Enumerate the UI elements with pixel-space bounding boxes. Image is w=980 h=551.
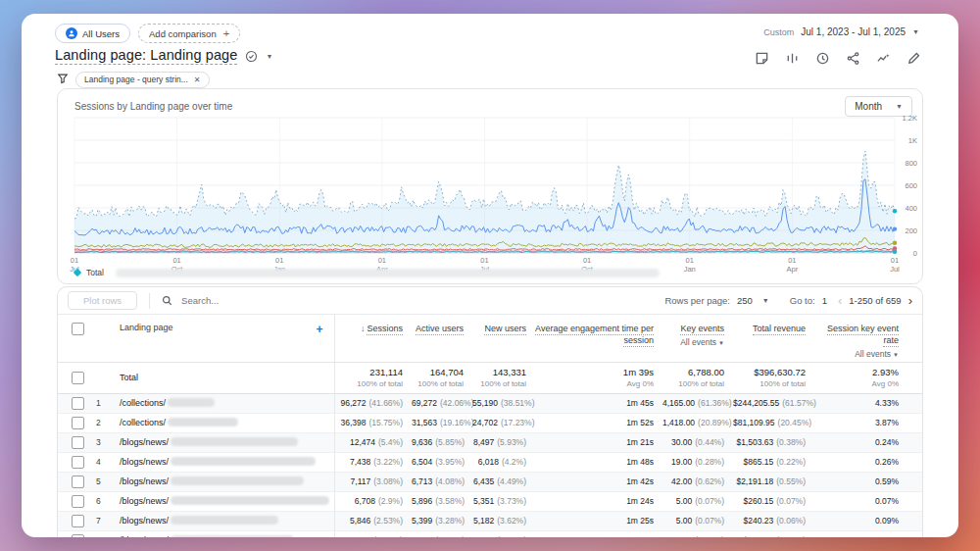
chevron-left-icon[interactable]: ‹ bbox=[838, 294, 842, 307]
active-users-cell: 6,504(3.95%) bbox=[411, 452, 471, 472]
pagination-range: 1-250 of 659 bbox=[849, 295, 901, 306]
new-users-cell: 5,182(3.62%) bbox=[471, 511, 534, 530]
plot-rows-button[interactable]: Plot rows bbox=[68, 291, 137, 310]
revenue-cell: $240.23(0.06%) bbox=[732, 511, 813, 530]
total-row-checkbox[interactable] bbox=[72, 372, 84, 384]
share-icon[interactable] bbox=[846, 51, 860, 66]
landing-page-path: /blogs/news/ bbox=[120, 516, 169, 526]
row-index: 4 bbox=[95, 452, 119, 472]
row-checkbox[interactable] bbox=[72, 417, 84, 429]
col-sessions[interactable]: Sessions bbox=[367, 324, 403, 335]
table-row[interactable]: 7/blogs/news/5,846(2.53%)5,399(3.28%)5,1… bbox=[58, 511, 923, 530]
row-checkbox[interactable] bbox=[72, 476, 84, 488]
svg-text:600: 600 bbox=[905, 181, 917, 190]
landing-pages-table-panel: Plot rows Rows per page: 250 ▼ Go to: 1 … bbox=[57, 286, 923, 537]
svg-text:01: 01 bbox=[583, 256, 591, 265]
date-range-picker[interactable]: Custom Jul 1, 2023 - Jul 1, 2025 ▼ bbox=[763, 26, 919, 37]
check-circle-icon[interactable] bbox=[245, 50, 258, 63]
chevron-down-icon[interactable]: ▼ bbox=[266, 53, 272, 60]
note-icon[interactable] bbox=[755, 51, 769, 66]
close-icon[interactable]: ✕ bbox=[194, 75, 201, 84]
svg-text:1.2K: 1.2K bbox=[903, 114, 917, 123]
clock-icon[interactable] bbox=[815, 51, 830, 66]
key-events-filter[interactable]: All events▼ bbox=[662, 337, 724, 348]
new-users-cell: 8,497(5.93%) bbox=[471, 432, 534, 452]
comparison-bar: All Users Add comparison + bbox=[55, 24, 240, 43]
row-checkbox[interactable] bbox=[72, 397, 84, 410]
chevron-right-icon[interactable]: › bbox=[908, 294, 912, 307]
row-checkbox[interactable] bbox=[72, 436, 84, 449]
session-rate-filter[interactable]: All events▼ bbox=[814, 349, 899, 360]
landing-page-path: /blogs/news/ bbox=[120, 535, 169, 537]
svg-text:800: 800 bbox=[905, 159, 917, 168]
bar-chart-icon[interactable] bbox=[785, 51, 800, 66]
table-controls: Plot rows Rows per page: 250 ▼ Go to: 1 … bbox=[58, 287, 922, 315]
revenue-cell: $260.15(0.07%) bbox=[732, 491, 813, 511]
row-checkbox[interactable] bbox=[72, 534, 84, 537]
insights-icon[interactable] bbox=[876, 51, 891, 66]
new-users-cell: 24,702(17.23%) bbox=[471, 413, 534, 432]
search-input[interactable] bbox=[179, 294, 399, 307]
table-row[interactable]: 1/collections/96,272(41.66%)69,272(42.06… bbox=[58, 393, 923, 413]
col-key-events[interactable]: Key events bbox=[680, 324, 724, 335]
landing-pages-table: Landing page + ↓Sessions Active users Ne… bbox=[58, 315, 923, 537]
svg-text:01: 01 bbox=[686, 256, 694, 265]
row-checkbox[interactable] bbox=[72, 495, 84, 508]
date-range-value: Jul 1, 2023 - Jul 1, 2025 bbox=[801, 26, 906, 37]
table-row[interactable]: 8/blogs/news/5,268(2.28%)4,884(2.97%)4,5… bbox=[58, 530, 923, 537]
revenue-cell: $598.92(0.15%) bbox=[732, 530, 813, 537]
row-checkbox[interactable] bbox=[72, 456, 84, 469]
sessions-time-series-chart[interactable]: 01Jul01Oct01Jan01Apr01Jul01Oct01Jan01Apr… bbox=[58, 89, 924, 281]
rows-per-page-select[interactable]: 250 ▼ bbox=[737, 295, 769, 306]
add-comparison-label: Add comparison bbox=[149, 28, 217, 39]
col-session-key-event-rate[interactable]: Session key event rate bbox=[827, 324, 899, 347]
select-all-checkbox[interactable] bbox=[72, 323, 84, 335]
redacted-path-segment bbox=[168, 398, 215, 407]
total-sessions: 231,114 bbox=[336, 367, 404, 377]
report-title-row: Landing page: Landing page ▼ bbox=[55, 47, 272, 65]
sort-descending-icon: ↓ bbox=[361, 324, 366, 333]
landing-page-path: /blogs/news/ bbox=[120, 476, 169, 486]
filter-funnel-icon[interactable] bbox=[57, 71, 69, 88]
desktop-background: All Users Add comparison + Custom Jul 1,… bbox=[0, 0, 980, 551]
row-index: 5 bbox=[95, 472, 119, 491]
sessions-cell: 36,398(15.75%) bbox=[334, 413, 411, 432]
table-row[interactable]: 5/blogs/news/7,117(3.08%)6,713(4.08%)6,4… bbox=[58, 472, 923, 491]
sessions-cell: 5,268(2.28%) bbox=[334, 530, 411, 537]
table-row[interactable]: 2/collections/36,398(15.75%)31,563(19.16… bbox=[58, 413, 923, 432]
table-row[interactable]: 4/blogs/news/7,438(3.22%)6,504(3.95%)6,0… bbox=[58, 452, 923, 472]
col-active-users[interactable]: Active users bbox=[416, 324, 464, 335]
table-search[interactable] bbox=[162, 294, 653, 307]
col-total-revenue[interactable]: Total revenue bbox=[753, 324, 806, 335]
redacted-legend-entries bbox=[116, 269, 660, 277]
active-users-cell: 31,563(19.16%) bbox=[411, 413, 471, 432]
table-row[interactable]: 6/blogs/news/6,708(2.9%)5,896(3.58%)5,35… bbox=[58, 491, 923, 511]
col-new-users[interactable]: New users bbox=[484, 324, 526, 335]
col-avg-engagement[interactable]: Average engagement time per session bbox=[535, 324, 654, 347]
key-events-cell: 4,165.00(61.36%) bbox=[662, 393, 732, 413]
revenue-cell: $2,191.18(0.55%) bbox=[732, 472, 813, 491]
sessions-cell: 7,117(3.08%) bbox=[334, 472, 411, 491]
date-range-type: Custom bbox=[763, 27, 794, 37]
search-icon bbox=[162, 295, 172, 306]
engagement-cell: 1m 52s bbox=[534, 413, 662, 432]
add-comparison-chip[interactable]: Add comparison + bbox=[138, 24, 240, 43]
plus-icon: + bbox=[223, 27, 229, 39]
add-column-button[interactable]: + bbox=[316, 323, 322, 336]
landing-page-path: /blogs/news/ bbox=[120, 496, 169, 506]
filter-chip[interactable]: Landing page - query strin... ✕ bbox=[75, 72, 210, 88]
sessions-cell: 6,708(2.9%) bbox=[334, 491, 411, 511]
chart-legend: Total bbox=[74, 268, 660, 277]
key-events-cell: 30.00(0.44%) bbox=[662, 432, 732, 452]
table-row[interactable]: 3/blogs/news/12,474(5.4%)9,636(5.85%)8,4… bbox=[58, 432, 923, 452]
goto-page-input[interactable]: 1 bbox=[822, 295, 827, 306]
edit-icon[interactable] bbox=[906, 51, 921, 66]
report-actions bbox=[755, 51, 921, 66]
total-new-users: 143,331 bbox=[472, 367, 526, 377]
engagement-cell: 1m 42s bbox=[534, 472, 662, 491]
all-users-chip[interactable]: All Users bbox=[55, 24, 130, 43]
table-pagination: Rows per page: 250 ▼ Go to: 1 ‹ 1-250 of… bbox=[664, 294, 912, 307]
row-checkbox[interactable] bbox=[72, 515, 84, 527]
table-header-row: Landing page + ↓Sessions Active users Ne… bbox=[58, 315, 923, 362]
redacted-path-segment bbox=[171, 437, 298, 446]
